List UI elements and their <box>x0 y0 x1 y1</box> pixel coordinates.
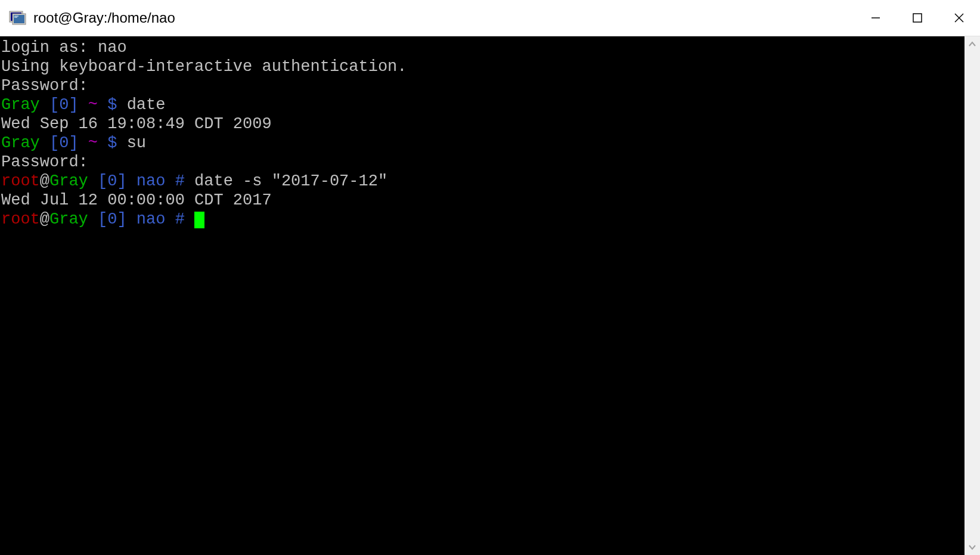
prompt-tilde: ~ <box>88 96 98 114</box>
terminal[interactable]: login as: nao Using keyboard-interactive… <box>0 36 965 555</box>
root-prompt-user: root <box>1 210 40 228</box>
prompt-at: @ <box>40 210 49 228</box>
minimize-button[interactable] <box>855 0 897 36</box>
command-text: date <box>127 96 166 114</box>
cursor-icon <box>194 212 204 228</box>
prompt-host: Gray <box>1 134 40 152</box>
command-text: su <box>127 134 146 152</box>
terminal-text: Using keyboard-interactive authenticatio… <box>1 58 407 76</box>
window-title: root@Gray:/home/nao <box>33 10 855 26</box>
root-prompt-user: root <box>1 172 40 190</box>
prompt-tilde: ~ <box>88 134 98 152</box>
terminal-text: Password: <box>1 77 88 95</box>
prompt-host: Gray <box>49 210 88 228</box>
scroll-down-icon[interactable] <box>967 542 978 553</box>
terminal-text: Password: <box>1 153 88 171</box>
prompt-at: @ <box>40 172 49 190</box>
prompt-dollar: $ <box>98 134 127 152</box>
scrollbar[interactable] <box>965 36 980 555</box>
scroll-up-icon[interactable] <box>967 39 978 49</box>
window: root@Gray:/home/nao login as: nao Using … <box>0 0 980 555</box>
prompt-host: Gray <box>1 96 40 114</box>
putty-icon <box>8 8 27 27</box>
command-text: date -s "2017-07-12" <box>194 172 387 190</box>
prompt-bracket: [0] <box>88 172 137 190</box>
prompt-host: Gray <box>49 172 88 190</box>
prompt-bracket: [0] <box>40 134 88 152</box>
maximize-button[interactable] <box>897 0 938 36</box>
prompt-bracket: [0] <box>40 96 88 114</box>
window-controls <box>855 0 980 36</box>
prompt-dollar: $ <box>98 96 127 114</box>
terminal-container: login as: nao Using keyboard-interactive… <box>0 36 980 555</box>
svg-rect-7 <box>913 14 922 22</box>
terminal-text: login as: nao <box>1 39 127 57</box>
prompt-hash: # <box>165 210 194 228</box>
close-button[interactable] <box>938 0 980 36</box>
prompt-dir: nao <box>137 172 166 190</box>
prompt-dir: nao <box>137 210 166 228</box>
prompt-bracket: [0] <box>88 210 137 228</box>
output-text: Wed Sep 16 19:08:49 CDT 2009 <box>1 115 272 133</box>
titlebar[interactable]: root@Gray:/home/nao <box>0 0 980 36</box>
prompt-hash: # <box>165 172 194 190</box>
output-text: Wed Jul 12 00:00:00 CDT 2017 <box>1 191 272 209</box>
